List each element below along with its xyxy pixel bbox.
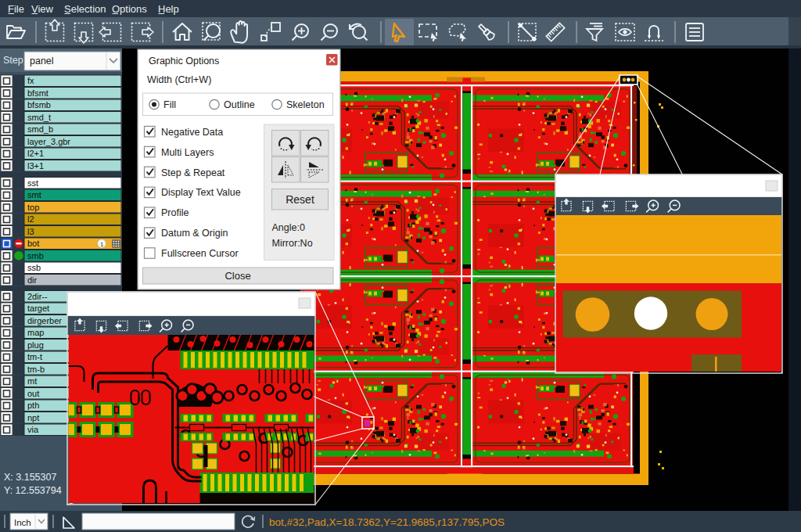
svg-text:bfsmb: bfsmb [27,100,51,110]
svg-text:via: via [27,425,39,434]
svg-text:map: map [27,328,44,337]
svg-text:smt: smt [27,190,41,200]
svg-text:Multi Layers: Multi Layers [161,147,214,158]
svg-text:Outline: Outline [224,99,255,110]
svg-text:out: out [27,389,39,398]
svg-text:Width (Ctrl+W): Width (Ctrl+W) [147,74,211,85]
svg-text:bfsmt: bfsmt [27,88,48,98]
svg-text:dir: dir [27,275,38,285]
svg-text:smd_b: smd_b [27,124,53,134]
svg-text:tm-b: tm-b [27,365,45,374]
svg-text:dirgerber: dirgerber [27,316,62,325]
svg-text:Step & Repeat: Step & Repeat [161,167,225,178]
svg-text:plug: plug [27,340,44,350]
svg-text:Step: Step [3,55,23,66]
svg-text:Options: Options [112,3,147,15]
svg-text:Mirror:No: Mirror:No [272,238,313,249]
svg-text:panel: panel [30,56,54,66]
svg-text:Y: 12.553794: Y: 12.553794 [4,485,62,496]
svg-text:Inch: Inch [14,518,31,527]
svg-text:l3+1: l3+1 [27,161,44,171]
svg-text:Datum & Origin: Datum & Origin [161,228,228,239]
svg-text:npt: npt [27,413,39,422]
svg-text:File: File [8,3,24,15]
svg-text:Angle:0: Angle:0 [272,222,305,233]
svg-text:ssb: ssb [27,263,41,272]
svg-text:bot: bot [27,239,39,248]
svg-text:Reset: Reset [286,193,314,206]
svg-text:View: View [31,3,54,15]
svg-text:Selection: Selection [64,3,106,15]
svg-text:smd_t: smd_t [27,113,51,122]
svg-text:Fill: Fill [163,99,176,110]
svg-text:layer_3.gbr: layer_3.gbr [27,137,70,146]
svg-text:Close: Close [224,270,250,282]
svg-text:l3: l3 [27,227,34,236]
svg-text:Negative Data: Negative Data [161,127,223,138]
svg-text:Profile: Profile [161,207,189,218]
svg-text:Help: Help [158,3,179,15]
svg-text:sst: sst [27,178,38,188]
svg-text:Fullscreen Cursor: Fullscreen Cursor [161,248,239,259]
svg-text:top: top [27,203,39,212]
svg-text:Graphic Options: Graphic Options [149,56,219,66]
svg-text:smb: smb [27,251,44,261]
svg-text:tm-t: tm-t [27,352,42,361]
svg-text:Skeleton: Skeleton [286,99,325,110]
svg-text:1: 1 [100,241,104,248]
svg-text:l2+1: l2+1 [27,149,44,158]
svg-text:fx: fx [27,76,34,85]
svg-text:Display Text Value: Display Text Value [161,187,241,198]
svg-text:target: target [27,304,49,313]
svg-text:X: 3.155307: X: 3.155307 [4,472,56,483]
svg-text:bot,#32,Pad,X=18.7362,Y=21.968: bot,#32,Pad,X=18.7362,Y=21.9685,r137.795… [269,516,505,528]
svg-text:pth: pth [27,401,39,410]
svg-text:mt: mt [27,376,37,386]
svg-text:2dir--: 2dir-- [27,292,48,301]
svg-text:l2: l2 [27,214,34,224]
